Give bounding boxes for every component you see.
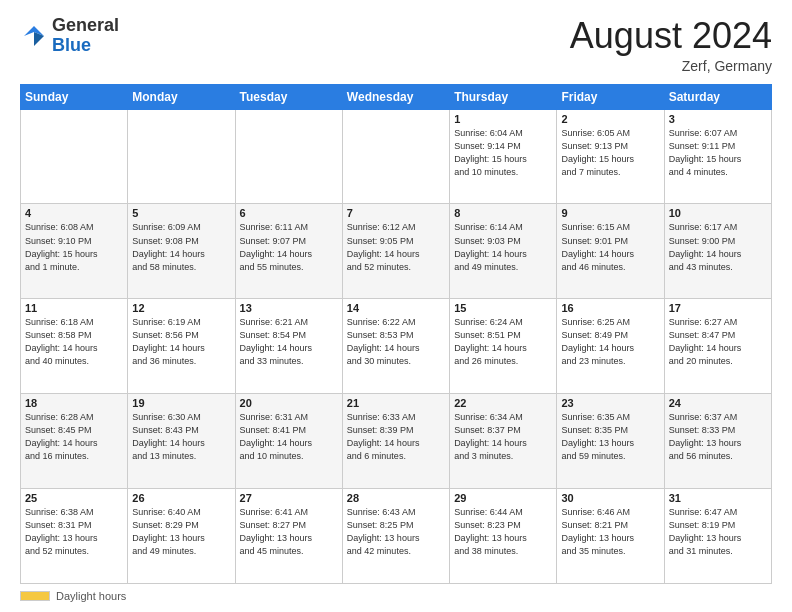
header: General Blue August 2024 Zerf, Germany [20, 16, 772, 74]
day-number: 27 [240, 492, 338, 504]
calendar-day-cell: 23Sunrise: 6:35 AMSunset: 8:35 PMDayligh… [557, 394, 664, 489]
day-info: Sunrise: 6:19 AMSunset: 8:56 PMDaylight:… [132, 316, 230, 368]
calendar-day-cell: 9Sunrise: 6:15 AMSunset: 9:01 PMDaylight… [557, 204, 664, 299]
day-number: 31 [669, 492, 767, 504]
calendar-dow-header: Thursday [450, 84, 557, 109]
calendar-day-cell: 12Sunrise: 6:19 AMSunset: 8:56 PMDayligh… [128, 299, 235, 394]
day-number: 10 [669, 207, 767, 219]
day-info: Sunrise: 6:05 AMSunset: 9:13 PMDaylight:… [561, 127, 659, 179]
day-number: 12 [132, 302, 230, 314]
day-info: Sunrise: 6:27 AMSunset: 8:47 PMDaylight:… [669, 316, 767, 368]
day-number: 7 [347, 207, 445, 219]
title-block: August 2024 Zerf, Germany [570, 16, 772, 74]
day-info: Sunrise: 6:33 AMSunset: 8:39 PMDaylight:… [347, 411, 445, 463]
calendar-day-cell: 11Sunrise: 6:18 AMSunset: 8:58 PMDayligh… [21, 299, 128, 394]
calendar-day-cell: 7Sunrise: 6:12 AMSunset: 9:05 PMDaylight… [342, 204, 449, 299]
calendar-day-cell: 3Sunrise: 6:07 AMSunset: 9:11 PMDaylight… [664, 109, 771, 204]
day-number: 5 [132, 207, 230, 219]
calendar-day-cell: 27Sunrise: 6:41 AMSunset: 8:27 PMDayligh… [235, 489, 342, 584]
day-info: Sunrise: 6:44 AMSunset: 8:23 PMDaylight:… [454, 506, 552, 558]
calendar-day-cell: 28Sunrise: 6:43 AMSunset: 8:25 PMDayligh… [342, 489, 449, 584]
calendar-day-cell: 17Sunrise: 6:27 AMSunset: 8:47 PMDayligh… [664, 299, 771, 394]
calendar-dow-header: Saturday [664, 84, 771, 109]
calendar-day-cell: 19Sunrise: 6:30 AMSunset: 8:43 PMDayligh… [128, 394, 235, 489]
day-number: 29 [454, 492, 552, 504]
calendar-day-cell: 22Sunrise: 6:34 AMSunset: 8:37 PMDayligh… [450, 394, 557, 489]
day-number: 14 [347, 302, 445, 314]
day-info: Sunrise: 6:30 AMSunset: 8:43 PMDaylight:… [132, 411, 230, 463]
day-info: Sunrise: 6:18 AMSunset: 8:58 PMDaylight:… [25, 316, 123, 368]
day-info: Sunrise: 6:31 AMSunset: 8:41 PMDaylight:… [240, 411, 338, 463]
day-info: Sunrise: 6:25 AMSunset: 8:49 PMDaylight:… [561, 316, 659, 368]
calendar-dow-header: Monday [128, 84, 235, 109]
month-title: August 2024 [570, 16, 772, 56]
calendar-week-row: 25Sunrise: 6:38 AMSunset: 8:31 PMDayligh… [21, 489, 772, 584]
footer: Daylight hours [20, 590, 772, 602]
calendar-day-cell: 4Sunrise: 6:08 AMSunset: 9:10 PMDaylight… [21, 204, 128, 299]
day-number: 15 [454, 302, 552, 314]
calendar-table: SundayMondayTuesdayWednesdayThursdayFrid… [20, 84, 772, 584]
day-number: 11 [25, 302, 123, 314]
calendar-header-row: SundayMondayTuesdayWednesdayThursdayFrid… [21, 84, 772, 109]
calendar-dow-header: Sunday [21, 84, 128, 109]
day-info: Sunrise: 6:22 AMSunset: 8:53 PMDaylight:… [347, 316, 445, 368]
calendar-day-cell: 20Sunrise: 6:31 AMSunset: 8:41 PMDayligh… [235, 394, 342, 489]
calendar-day-cell: 8Sunrise: 6:14 AMSunset: 9:03 PMDaylight… [450, 204, 557, 299]
day-info: Sunrise: 6:46 AMSunset: 8:21 PMDaylight:… [561, 506, 659, 558]
day-info: Sunrise: 6:37 AMSunset: 8:33 PMDaylight:… [669, 411, 767, 463]
logo-icon [20, 22, 48, 50]
calendar-day-cell: 26Sunrise: 6:40 AMSunset: 8:29 PMDayligh… [128, 489, 235, 584]
calendar-day-cell: 1Sunrise: 6:04 AMSunset: 9:14 PMDaylight… [450, 109, 557, 204]
day-number: 2 [561, 113, 659, 125]
day-number: 30 [561, 492, 659, 504]
day-info: Sunrise: 6:34 AMSunset: 8:37 PMDaylight:… [454, 411, 552, 463]
day-info: Sunrise: 6:12 AMSunset: 9:05 PMDaylight:… [347, 221, 445, 273]
day-info: Sunrise: 6:21 AMSunset: 8:54 PMDaylight:… [240, 316, 338, 368]
day-info: Sunrise: 6:04 AMSunset: 9:14 PMDaylight:… [454, 127, 552, 179]
logo-blue: Blue [52, 35, 91, 55]
day-number: 21 [347, 397, 445, 409]
calendar-day-cell: 21Sunrise: 6:33 AMSunset: 8:39 PMDayligh… [342, 394, 449, 489]
day-info: Sunrise: 6:41 AMSunset: 8:27 PMDaylight:… [240, 506, 338, 558]
day-number: 28 [347, 492, 445, 504]
day-info: Sunrise: 6:47 AMSunset: 8:19 PMDaylight:… [669, 506, 767, 558]
calendar-day-cell: 30Sunrise: 6:46 AMSunset: 8:21 PMDayligh… [557, 489, 664, 584]
day-number: 20 [240, 397, 338, 409]
calendar-day-cell: 10Sunrise: 6:17 AMSunset: 9:00 PMDayligh… [664, 204, 771, 299]
calendar-day-cell [235, 109, 342, 204]
daylight-label: Daylight hours [56, 590, 126, 602]
calendar-day-cell: 29Sunrise: 6:44 AMSunset: 8:23 PMDayligh… [450, 489, 557, 584]
day-number: 6 [240, 207, 338, 219]
day-number: 17 [669, 302, 767, 314]
calendar-day-cell [21, 109, 128, 204]
day-info: Sunrise: 6:15 AMSunset: 9:01 PMDaylight:… [561, 221, 659, 273]
calendar-day-cell: 31Sunrise: 6:47 AMSunset: 8:19 PMDayligh… [664, 489, 771, 584]
calendar-day-cell: 13Sunrise: 6:21 AMSunset: 8:54 PMDayligh… [235, 299, 342, 394]
day-number: 19 [132, 397, 230, 409]
calendar-dow-header: Wednesday [342, 84, 449, 109]
day-number: 26 [132, 492, 230, 504]
day-info: Sunrise: 6:07 AMSunset: 9:11 PMDaylight:… [669, 127, 767, 179]
day-info: Sunrise: 6:38 AMSunset: 8:31 PMDaylight:… [25, 506, 123, 558]
calendar-dow-header: Friday [557, 84, 664, 109]
day-number: 9 [561, 207, 659, 219]
calendar-day-cell: 6Sunrise: 6:11 AMSunset: 9:07 PMDaylight… [235, 204, 342, 299]
day-info: Sunrise: 6:43 AMSunset: 8:25 PMDaylight:… [347, 506, 445, 558]
calendar-day-cell: 16Sunrise: 6:25 AMSunset: 8:49 PMDayligh… [557, 299, 664, 394]
day-number: 24 [669, 397, 767, 409]
day-info: Sunrise: 6:28 AMSunset: 8:45 PMDaylight:… [25, 411, 123, 463]
page: General Blue August 2024 Zerf, Germany S… [0, 0, 792, 612]
calendar-day-cell [342, 109, 449, 204]
calendar-day-cell: 24Sunrise: 6:37 AMSunset: 8:33 PMDayligh… [664, 394, 771, 489]
day-info: Sunrise: 6:35 AMSunset: 8:35 PMDaylight:… [561, 411, 659, 463]
logo-general: General [52, 15, 119, 35]
day-info: Sunrise: 6:11 AMSunset: 9:07 PMDaylight:… [240, 221, 338, 273]
day-number: 8 [454, 207, 552, 219]
day-info: Sunrise: 6:40 AMSunset: 8:29 PMDaylight:… [132, 506, 230, 558]
day-number: 22 [454, 397, 552, 409]
day-info: Sunrise: 6:08 AMSunset: 9:10 PMDaylight:… [25, 221, 123, 273]
daylight-bar-icon [20, 591, 50, 601]
calendar-week-row: 1Sunrise: 6:04 AMSunset: 9:14 PMDaylight… [21, 109, 772, 204]
calendar-week-row: 4Sunrise: 6:08 AMSunset: 9:10 PMDaylight… [21, 204, 772, 299]
day-info: Sunrise: 6:09 AMSunset: 9:08 PMDaylight:… [132, 221, 230, 273]
